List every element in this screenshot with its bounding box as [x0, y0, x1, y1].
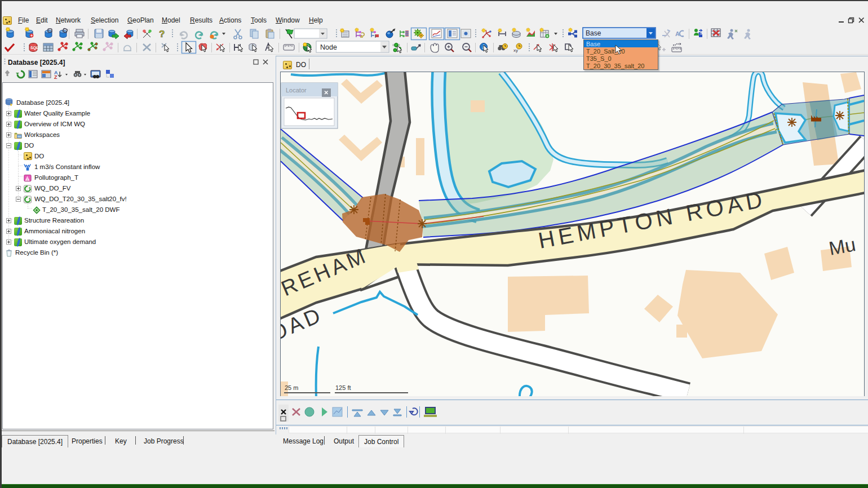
svg-text:125 ft: 125 ft — [335, 384, 351, 391]
svg-text:SQL: SQL — [30, 46, 39, 50]
svg-text:Node: Node — [320, 43, 337, 51]
svg-text:A: A — [675, 30, 680, 37]
svg-text:?: ? — [159, 29, 165, 39]
svg-text:xy: xy — [513, 48, 518, 53]
svg-text:25 m: 25 m — [285, 384, 298, 391]
svg-text:Z: Z — [54, 74, 57, 80]
svg-text:Base: Base — [586, 29, 601, 37]
svg-text:Mu: Mu — [827, 233, 857, 259]
svg-text:Locator: Locator — [286, 87, 307, 94]
